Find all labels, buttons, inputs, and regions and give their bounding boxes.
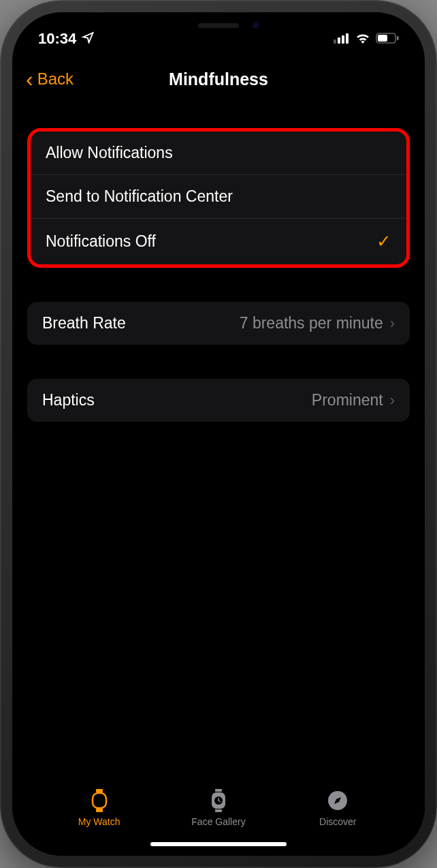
back-label: Back [37, 69, 74, 89]
chevron-left-icon: ‹ [26, 67, 33, 92]
checkmark-icon: ✓ [376, 231, 391, 252]
breath-rate-value: 7 breaths per minute [240, 314, 383, 332]
chevron-right-icon: › [390, 315, 395, 332]
breath-rate-row[interactable]: Breath Rate 7 breaths per minute › [27, 302, 410, 345]
option-label: Allow Notifications [46, 144, 173, 162]
svg-rect-9 [93, 793, 106, 808]
notification-options-group: Allow Notifications Send to Notification… [27, 128, 410, 268]
svg-rect-8 [96, 809, 103, 812]
option-label: Send to Notification Center [46, 187, 233, 206]
tab-label: Face Gallery [191, 816, 245, 827]
option-label: Notifications Off [46, 232, 156, 251]
haptics-group: Haptics Prominent › [27, 379, 410, 422]
breath-rate-group: Breath Rate 7 breaths per minute › [27, 302, 410, 345]
svg-rect-3 [346, 33, 349, 44]
nav-header: ‹ Back Mindfulness [12, 53, 425, 108]
tab-label: My Watch [78, 816, 120, 827]
tab-label: Discover [319, 816, 356, 827]
svg-rect-1 [338, 37, 340, 44]
option-send-to-notification-center[interactable]: Send to Notification Center [31, 175, 406, 219]
svg-rect-0 [334, 40, 336, 44]
wifi-icon [355, 30, 370, 48]
content-area: Allow Notifications Send to Notification… [12, 108, 425, 422]
chevron-right-icon: › [390, 392, 395, 409]
svg-rect-11 [215, 809, 222, 812]
notch [137, 12, 300, 38]
svg-rect-6 [397, 36, 399, 40]
haptics-value-wrap: Prominent › [312, 391, 395, 409]
location-icon [82, 30, 94, 48]
haptics-row[interactable]: Haptics Prominent › [27, 379, 410, 422]
status-time: 10:34 [38, 30, 76, 48]
tab-face-gallery[interactable]: Face Gallery [184, 789, 253, 827]
option-notifications-off[interactable]: Notifications Off ✓ [31, 219, 406, 264]
haptics-label: Haptics [42, 391, 95, 409]
svg-rect-10 [215, 789, 222, 792]
haptics-value: Prominent [312, 391, 383, 409]
breath-rate-value-wrap: 7 breaths per minute › [240, 314, 395, 332]
svg-rect-7 [96, 789, 103, 792]
cellular-signal-icon [334, 30, 350, 48]
breath-rate-label: Breath Rate [42, 314, 126, 332]
watch-icon [88, 789, 111, 812]
status-right [334, 30, 399, 48]
svg-rect-2 [342, 35, 344, 44]
option-allow-notifications[interactable]: Allow Notifications [31, 131, 406, 175]
watch-face-icon [207, 789, 230, 812]
screen: 10:34 [12, 12, 425, 856]
compass-icon [326, 789, 349, 812]
front-camera [253, 22, 259, 29]
battery-icon [376, 30, 399, 48]
page-title: Mindfulness [169, 69, 268, 89]
svg-rect-5 [378, 35, 387, 42]
tab-discover[interactable]: Discover [304, 789, 372, 827]
speaker-grille [198, 23, 239, 28]
status-left: 10:34 [38, 30, 94, 48]
back-button[interactable]: ‹ Back [26, 67, 74, 92]
home-indicator[interactable] [150, 842, 287, 846]
tab-my-watch[interactable]: My Watch [65, 789, 133, 827]
phone-frame: 10:34 [0, 0, 437, 868]
